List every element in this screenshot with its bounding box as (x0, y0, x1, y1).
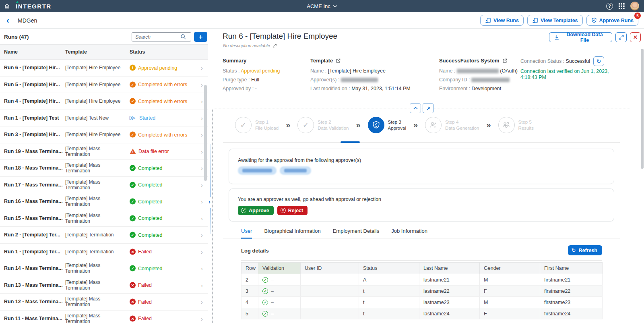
run-row[interactable]: Run 6 - [Template] Hir...[Template] Hire… (0, 60, 208, 77)
download-data-file-button[interactable]: Download Data File (549, 32, 612, 42)
help-icon[interactable]: ? (606, 3, 613, 10)
tab-biographical-information[interactable]: Biographical Information (264, 228, 320, 239)
log-table-row[interactable]: 4✓–tlastname23Mfirstname23 (242, 297, 603, 308)
run-status: ✓Completed with errors (130, 98, 187, 104)
wizard-step-1[interactable]: ✓Step 1File Upload (235, 117, 279, 133)
log-column-header[interactable]: First Name (540, 263, 603, 274)
wizard-step-3[interactable]: Step 3Approval (368, 117, 406, 133)
step-icon (498, 117, 515, 133)
run-row[interactable]: Run 14 - Mass Termina...[Template] Mass … (0, 260, 208, 277)
log-column-header[interactable]: Last Name (419, 263, 480, 274)
run-name: Run 3 - [Template] Hir... (4, 132, 64, 137)
app-grid-icon[interactable] (619, 3, 625, 9)
run-row[interactable]: Run 18 - Mass Termina...[Template] Mass … (0, 160, 208, 177)
step-icon: ✓ (297, 117, 314, 133)
log-column-header[interactable]: Row (242, 263, 258, 274)
run-row[interactable]: Run 5 - [Template] Hir...[Template] Hire… (0, 77, 208, 93)
run-row[interactable]: Run 1 - [Template] Ter...[Template] Term… (0, 244, 208, 261)
log-column-header[interactable]: Validation (258, 263, 301, 274)
run-row[interactable]: Run 1 - [Template] Test[Template] Test N… (0, 110, 208, 127)
external-link-icon[interactable] (502, 58, 507, 63)
self-approver-card: You are an approver as well, go ahead wi… (229, 188, 614, 222)
approve-runs-button[interactable]: Approve Runs 5 (586, 15, 638, 26)
run-row[interactable]: Run 4 - [Template] Hir...[Template] Hire… (0, 93, 208, 110)
run-name: Run 15 - Mass Termina... (4, 215, 64, 221)
brand-text: INTEGRTR (16, 3, 52, 10)
cell-last-name: lastname21 (419, 274, 480, 286)
run-row[interactable]: Run 16 - Mass Termina...[Template] Mass … (0, 193, 208, 210)
chevron-right-icon: › (201, 131, 203, 138)
sf-system-section: SuccessFactors System Name : (OAuth) Com… (439, 58, 518, 95)
log-tabs: UserBiographical InformationEmployment D… (241, 228, 427, 239)
chevron-right-icon: › (201, 248, 203, 255)
splitter-expand-icon[interactable]: › (208, 199, 211, 205)
tab-user[interactable]: User (241, 228, 252, 239)
refresh-button[interactable]: ↻ Refresh (568, 245, 602, 255)
log-column-header[interactable]: Status (359, 263, 419, 274)
cell-validation: – (271, 300, 274, 305)
collapse-panel-button[interactable] (410, 103, 421, 113)
expand-icon[interactable] (615, 32, 626, 42)
back-icon[interactable]: ‹ (6, 16, 9, 25)
tenant-selector[interactable]: ACME Inc (307, 0, 337, 12)
panel-splitter[interactable]: › (208, 29, 212, 323)
view-runs-button[interactable]: View Runs (480, 15, 524, 26)
run-template: [Template] Mass Termination (65, 263, 122, 274)
page-scrollbar[interactable] (641, 29, 644, 323)
run-row[interactable]: Run 17 - Mass Termina...[Template] Mass … (0, 177, 208, 194)
log-column-header[interactable]: User ID (301, 263, 359, 274)
cell-first-name: firstname24 (540, 308, 603, 319)
run-row[interactable]: Run 13 - Mass Termina...[Template] Mass … (0, 277, 208, 294)
brand-logo[interactable]: INTEGRTR (16, 3, 52, 10)
shield-icon (591, 17, 597, 23)
search-icon[interactable] (180, 34, 186, 40)
chevron-right-icon: › (201, 165, 203, 172)
cell-row: 4 (242, 297, 258, 308)
add-run-button[interactable]: + (194, 32, 207, 42)
run-template: [Template] Hire Employee (65, 65, 122, 70)
wizard-step-5[interactable]: Step 5Results (498, 117, 534, 133)
run-row[interactable]: Run 11 - Mass Termina...[Template] Mass … (0, 311, 208, 323)
log-table-row[interactable]: 3✓–tlastname22Ffirstname22 (242, 286, 603, 297)
approver-chip-redacted[interactable] (280, 166, 311, 175)
log-table-row[interactable]: 2✓–Alastname21Mfirstname21 (242, 274, 603, 286)
run-row[interactable]: Run 15 - Mass Termina...[Template] Mass … (0, 210, 208, 227)
run-row[interactable]: Run 2 - [Template] Ter...[Template] Term… (0, 227, 208, 244)
status-started-icon: ▷▷ (130, 115, 137, 120)
log-column-header[interactable]: Gender (480, 263, 540, 274)
run-row[interactable]: Run 19 - Mass Termina...[Template] Mass … (0, 143, 208, 160)
active-step-indicator (341, 141, 360, 143)
chevron-right-icon: › (201, 215, 203, 222)
external-link-icon[interactable] (336, 58, 341, 63)
log-table: RowValidationUser IDStatusLast NameGende… (241, 262, 603, 319)
edit-description-icon[interactable] (273, 43, 277, 48)
verify-connection-icon[interactable]: ↻ (593, 56, 604, 66)
wizard-step-2[interactable]: ✓Step 2Data Validation (297, 117, 349, 133)
approve-button[interactable]: ✓ Approve (238, 206, 274, 215)
user-avatar[interactable] (630, 2, 639, 10)
runs-count-title: Runs (47) (4, 34, 29, 40)
reject-button[interactable]: ✕ Reject (277, 206, 308, 215)
wizard-step-4[interactable]: Step 4Data Generation (425, 117, 479, 133)
search-box[interactable] (132, 32, 191, 41)
runs-panel-scrollbar[interactable] (204, 85, 207, 181)
run-row[interactable]: Run 12 - Mass Termina...[Template] Mass … (0, 294, 208, 311)
view-templates-button[interactable]: View Templates (527, 15, 583, 26)
cell-validation: – (271, 288, 274, 294)
close-icon[interactable]: ✕ (630, 32, 641, 42)
tab-employment-details[interactable]: Employment Details (333, 228, 380, 239)
run-name: Run 6 - [Template] Hir... (4, 65, 64, 70)
tab-job-information[interactable]: Job Information (391, 228, 427, 239)
home-icon[interactable] (4, 3, 10, 9)
summary-section: Summary Status : Approval pending Purge … (223, 58, 280, 95)
runs-table-header: Name Template Status (0, 44, 208, 60)
cell-gender: F (480, 308, 540, 319)
run-row[interactable]: Run 3 - [Template] Hir...[Template] Hire… (0, 126, 208, 143)
search-input[interactable] (132, 34, 180, 40)
pin-panel-button[interactable] (423, 103, 434, 113)
approver-chip-redacted[interactable] (238, 166, 277, 175)
sf-name-redacted (457, 69, 499, 73)
cell-user-id (301, 297, 359, 308)
log-table-row[interactable]: 5✓–tlastname24Ffirstname24 (242, 308, 603, 319)
sf-system-heading: SuccessFactors System (439, 58, 500, 64)
